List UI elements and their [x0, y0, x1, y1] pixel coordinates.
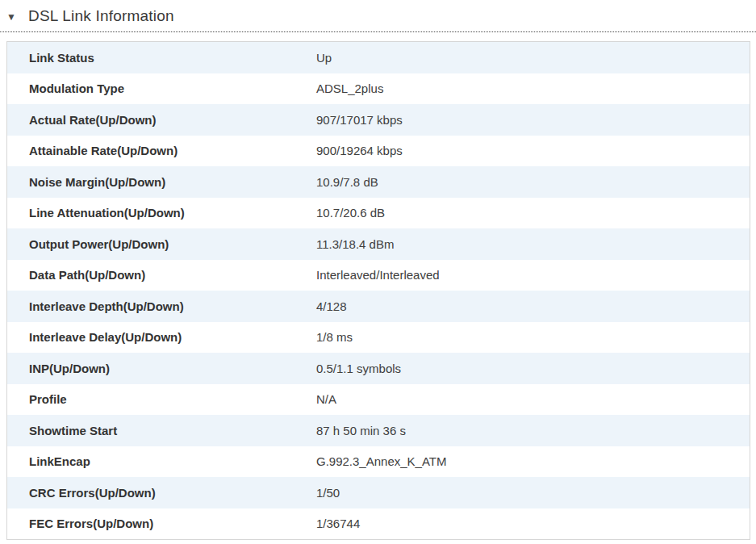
row-label: CRC Errors(Up/Down): [29, 486, 316, 500]
table-row: Showtime Start 87 h 50 min 36 s: [7, 415, 750, 446]
row-value: 4/128: [316, 299, 750, 313]
row-value: 1/50: [316, 486, 750, 500]
row-value: 0.5/1.1 symbols: [316, 362, 750, 375]
row-label: Noise Margin(Up/Down): [29, 175, 316, 189]
table-row: Noise Margin(Up/Down) 10.9/7.8 dB: [7, 166, 750, 198]
row-label: Actual Rate(Up/Down): [29, 113, 316, 127]
table-row: Attainable Rate(Up/Down) 900/19264 kbps: [7, 136, 750, 167]
collapse-triangle-icon[interactable]: ▼: [6, 10, 28, 22]
table-row: LinkEncap G.992.3_Annex_K_ATM: [7, 446, 750, 478]
row-value: ADSL_2plus: [316, 82, 750, 95]
table-row: Interleave Depth(Up/Down) 4/128: [7, 291, 750, 322]
table-row: Output Power(Up/Down) 11.3/18.4 dBm: [7, 228, 750, 260]
row-label: Output Power(Up/Down): [29, 237, 316, 251]
row-value: 1/8 ms: [316, 330, 750, 344]
row-value: 10.7/20.6 dB: [316, 206, 750, 220]
table-row: CRC Errors(Up/Down) 1/50: [7, 477, 750, 508]
row-label: Link Status: [29, 51, 316, 65]
table-row: Link Status Up: [7, 42, 750, 73]
row-label: LinkEncap: [29, 454, 316, 468]
row-value: 900/19264 kbps: [316, 144, 750, 157]
row-label: Modulation Type: [29, 82, 316, 95]
dsl-info-table: Link Status Up Modulation Type ADSL_2plu…: [6, 41, 750, 540]
row-label: INP(Up/Down): [29, 362, 316, 375]
table-row: Interleave Delay(Up/Down) 1/8 ms: [7, 322, 750, 354]
row-value: 907/17017 kbps: [316, 113, 750, 127]
table-row: INP(Up/Down) 0.5/1.1 symbols: [7, 353, 750, 384]
row-label: Showtime Start: [29, 424, 316, 437]
row-label: FEC Errors(Up/Down): [29, 517, 316, 530]
row-value: Up: [316, 51, 750, 65]
row-value: 10.9/7.8 dB: [316, 175, 750, 189]
table-row: Profile N/A: [7, 384, 750, 416]
row-label: Interleave Delay(Up/Down): [29, 330, 316, 344]
dsl-section-header[interactable]: ▼ DSL Link Information: [0, 0, 756, 32]
row-label: Attainable Rate(Up/Down): [29, 144, 316, 157]
table-row: Data Path(Up/Down) Interleaved/Interleav…: [7, 260, 750, 291]
row-value: Interleaved/Interleaved: [316, 268, 750, 282]
row-value: 1/36744: [316, 517, 750, 530]
table-row: FEC Errors(Up/Down) 1/36744: [7, 508, 750, 540]
table-row: Actual Rate(Up/Down) 907/17017 kbps: [7, 104, 750, 136]
row-label: Line Attenuation(Up/Down): [29, 206, 316, 220]
row-label: Interleave Depth(Up/Down): [29, 299, 316, 313]
table-row: Line Attenuation(Up/Down) 10.7/20.6 dB: [7, 198, 750, 229]
row-label: Profile: [29, 392, 316, 406]
row-value: 11.3/18.4 dBm: [316, 237, 750, 251]
row-value: N/A: [316, 392, 750, 406]
row-value: G.992.3_Annex_K_ATM: [316, 454, 750, 468]
row-label: Data Path(Up/Down): [29, 268, 316, 282]
section-title: DSL Link Information: [28, 7, 174, 25]
table-row: Modulation Type ADSL_2plus: [7, 73, 750, 105]
row-value: 87 h 50 min 36 s: [316, 424, 750, 437]
